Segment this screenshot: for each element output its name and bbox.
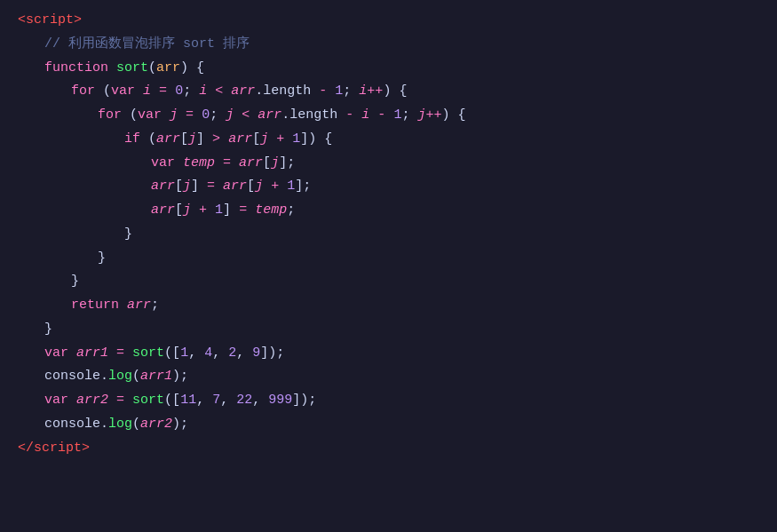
sp: ] (223, 200, 239, 222)
line-var-arr1: var arr1 = sort ([ 1 , 4 , 2 , 9 ]); (0, 342, 777, 366)
sp (311, 81, 319, 103)
kw-if: if (124, 129, 140, 151)
sp (369, 105, 377, 127)
sp: [ (263, 153, 271, 175)
var-arr2: arr2 (76, 390, 108, 412)
line-console-arr1: console. log ( arr1 ); (0, 365, 777, 389)
sp: , (252, 390, 268, 412)
sp (215, 153, 223, 175)
line-comment: // 利用函数冒泡排序 sort 排序 (0, 33, 777, 57)
var-temp2: temp (255, 200, 287, 222)
sp (68, 343, 76, 365)
sp: , (188, 343, 204, 365)
sp: , (220, 390, 236, 412)
sp: [ (180, 129, 188, 151)
op-eq3: = (223, 153, 231, 175)
op-minus2: - (345, 105, 353, 127)
sp: . (281, 105, 289, 127)
op-lt1: < (215, 81, 223, 103)
num-1e: 1 (215, 200, 223, 222)
op-plus3: + (199, 200, 207, 222)
var-j2: j (226, 105, 234, 127)
line-var-arr2: var arr2 = sort ([ 11 , 7 , 22 , 999 ]); (0, 389, 777, 413)
sp (108, 343, 116, 365)
comment-text: // 利用函数冒泡排序 sort 排序 (44, 34, 250, 56)
sp: [ (247, 176, 255, 198)
log1: log (108, 366, 132, 388)
sp (124, 343, 132, 365)
num-999: 999 (268, 390, 292, 412)
num-1d: 1 (287, 176, 295, 198)
kw-var1: var (111, 81, 135, 103)
num-22: 22 (236, 390, 252, 412)
brace-close4: } (44, 319, 52, 341)
sp: ]); (292, 390, 316, 412)
sp (207, 200, 215, 222)
op-eq7: = (116, 390, 124, 412)
sp: , (236, 343, 252, 365)
sp (167, 81, 175, 103)
op-lt2: < (242, 105, 250, 127)
sp: ([ (164, 390, 180, 412)
func-sort1: sort (132, 343, 164, 365)
paren-open: ( (148, 58, 156, 80)
kw-function: function (44, 58, 108, 80)
func-sort2: sort (132, 390, 164, 412)
var-j6: j (271, 153, 279, 175)
sp: ( (95, 81, 111, 103)
sp: [ (175, 200, 183, 222)
sp (215, 176, 223, 198)
line-arr-j-assign: arr [ j ] = arr [ j + 1 ]; (0, 175, 777, 199)
brace-close1: } (124, 224, 132, 246)
arr5: arr (239, 153, 263, 175)
sp: ) { (441, 105, 465, 127)
kw-var3: var (151, 153, 175, 175)
num-1a: 1 (335, 81, 343, 103)
num-arr2: 4 (204, 343, 212, 365)
op-inc1: ++ (367, 81, 383, 103)
sp: ); (172, 414, 188, 436)
var-arr1: arr1 (76, 343, 108, 365)
arr7: arr (223, 176, 247, 198)
op-minus1: - (319, 81, 327, 103)
line-close-if: } (0, 223, 777, 247)
kw-for2: for (98, 105, 122, 127)
sp: [ (252, 129, 260, 151)
op-eq2: = (186, 105, 194, 127)
log2: log (108, 414, 132, 436)
kw-return: return (71, 295, 119, 317)
arr1: arr (231, 81, 255, 103)
sp: [ (175, 176, 183, 198)
sp (247, 200, 255, 222)
brace-close2: } (98, 248, 106, 270)
var-i3: i (359, 81, 367, 103)
arr2-arg: arr2 (140, 414, 172, 436)
sp: ; (210, 105, 226, 127)
line-if: if ( arr [ j ] > arr [ j + 1 ]) { (0, 128, 777, 152)
tag-close: </script> (18, 438, 90, 460)
brace-close3: } (71, 271, 79, 293)
sp (220, 129, 228, 151)
sp: , (196, 390, 212, 412)
num-arr4: 9 (252, 343, 260, 365)
console1: console. (44, 366, 108, 388)
arr6: arr (151, 176, 175, 198)
num-arr3: 2 (228, 343, 236, 365)
sp (337, 105, 345, 127)
line-var-temp: var temp = arr [ j ]; (0, 152, 777, 176)
line-close-for-outer: } (0, 270, 777, 294)
sp (175, 153, 183, 175)
arr3: arr (156, 129, 180, 151)
var-j: j (170, 105, 178, 127)
op-inc2: ++ (425, 105, 441, 127)
sp (207, 81, 215, 103)
sp: ] (196, 129, 212, 151)
arr-return: arr (127, 295, 151, 317)
op-eq1: = (159, 81, 167, 103)
kw-var2: var (138, 105, 162, 127)
sp: ]); (260, 343, 284, 365)
sp: ]; (279, 153, 295, 175)
sp: ; (151, 295, 159, 317)
sp: ( (132, 414, 140, 436)
sp (178, 105, 186, 127)
